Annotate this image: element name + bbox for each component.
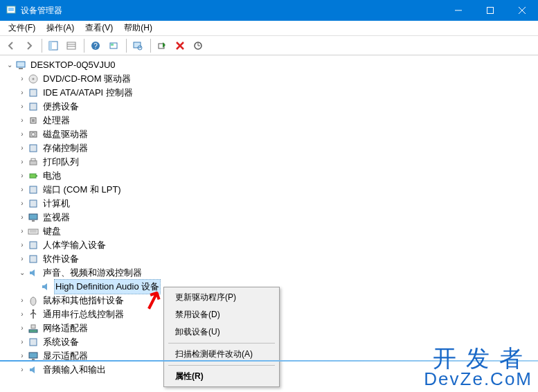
context-menu-item[interactable]: 卸载设备(U) [165,323,278,341]
expander-icon[interactable]: ⌄ [17,267,28,278]
expander-icon[interactable]: › [17,226,28,237]
scan-hardware-button[interactable] [129,37,146,54]
refresh-button[interactable] [105,37,122,54]
menu-file[interactable]: 文件(F) [3,21,41,35]
tree-node[interactable]: ›DVD/CD-ROM 驱动器 [1,72,537,86]
tree-node[interactable]: ›电池 [1,169,537,183]
tree-node-label[interactable]: 处理器 [42,114,71,127]
tree-node-label[interactable]: 监视器 [42,211,71,224]
disk-icon [28,129,39,140]
tree-node-label[interactable]: 电池 [42,169,62,183]
tree-node[interactable]: ›键盘 [1,224,537,238]
show-hide-tree-button[interactable] [45,37,62,54]
context-menu-item[interactable]: 禁用设备(D) [165,306,278,323]
tree-node-label[interactable]: 便携设备 [42,100,80,114]
tree-node[interactable]: ›监视器 [1,211,537,224]
uninstall-device-button[interactable] [172,37,188,54]
context-menu-item[interactable]: 更新驱动程序(P) [165,289,278,306]
tree-node-label[interactable]: 端口 (COM 和 LPT) [42,183,123,197]
tree-node[interactable]: ›人体学输入设备 [1,238,537,252]
svg-rect-31 [31,159,35,161]
expander-icon[interactable]: › [17,143,28,154]
menu-action[interactable]: 操作(A) [41,21,80,35]
tree-node[interactable]: ⌄声音、视频和游戏控制器 [1,266,537,280]
svg-rect-34 [30,186,37,193]
tree-node[interactable]: ›软件设备 [1,252,537,266]
tree-node-label[interactable]: 网络适配器 [42,321,89,335]
expander-icon[interactable]: › [17,198,28,209]
expander-icon[interactable]: › [17,184,28,195]
expander-icon[interactable]: › [17,101,28,112]
tree-node-label[interactable]: 人体学输入设备 [42,238,107,252]
svg-rect-46 [31,325,35,328]
expander-icon[interactable]: › [17,323,28,334]
tree-node[interactable]: ›磁盘驱动器 [1,127,537,141]
expander-icon[interactable] [29,281,40,292]
expander-icon[interactable]: › [17,157,28,168]
system-icon [28,337,39,348]
tree-node-label[interactable]: 打印队列 [42,155,80,169]
back-button[interactable] [3,37,19,54]
expander-icon[interactable]: › [17,170,28,181]
expander-icon[interactable]: › [17,87,28,98]
expander-icon[interactable]: › [17,295,28,306]
tree-node-label[interactable]: 声音、视频和游戏控制器 [42,266,143,280]
network-icon [28,323,39,334]
expander-icon[interactable]: › [17,337,28,348]
tree-node[interactable]: ›打印队列 [1,155,537,169]
expander-icon[interactable]: › [17,253,28,265]
tree-node[interactable]: ›处理器 [1,114,537,127]
tree-node[interactable]: ⌄DESKTOP-0Q5VJU0 [1,58,537,72]
tree-node-label[interactable]: 键盘 [42,224,62,238]
properties-button[interactable] [63,37,80,54]
usb-icon [28,309,39,320]
expander-icon[interactable]: › [17,364,28,375]
window-controls [442,0,538,21]
context-menu-item[interactable]: 属性(R) [165,368,278,385]
svg-rect-8 [67,42,75,49]
expander-icon[interactable]: › [17,309,28,320]
tree-node[interactable]: ›便携设备 [1,100,537,114]
maximize-button[interactable] [474,0,506,21]
expander-icon[interactable]: › [17,240,28,251]
svg-point-44 [33,310,35,312]
menu-view[interactable]: 查看(V) [80,21,118,35]
tree-node-label[interactable]: 存储控制器 [42,141,89,155]
tree-node[interactable]: ›存储控制器 [1,141,537,155]
svg-rect-14 [111,44,114,46]
expander-icon[interactable]: › [17,115,28,126]
forward-button[interactable] [21,37,37,54]
tree-node-label[interactable]: 鼠标和其他指针设备 [42,294,125,308]
tree-node-label[interactable]: 系统设备 [42,335,80,349]
svg-rect-26 [32,119,35,122]
expander-icon[interactable]: › [17,73,28,84]
app-icon [6,5,17,16]
tree-node-label[interactable]: IDE ATA/ATAPI 控制器 [42,86,134,100]
tree-node-label[interactable]: 音频输入和输出 [42,363,107,377]
tree-node[interactable]: ›端口 (COM 和 LPT) [1,183,537,197]
tree-node-label[interactable]: DESKTOP-0Q5VJU0 [29,58,117,72]
expander-icon[interactable]: ⌄ [4,60,15,71]
titlebar: 设备管理器 [0,0,538,21]
help-button[interactable]: ? [87,37,104,54]
close-button[interactable] [506,0,538,21]
expander-icon[interactable]: › [17,212,28,223]
tree-node-label[interactable]: 磁盘驱动器 [42,127,89,141]
tree-node-label[interactable]: 计算机 [42,197,71,211]
tree-node[interactable]: ›计算机 [1,197,537,211]
tree-node[interactable]: ›IDE ATA/ATAPI 控制器 [1,86,537,100]
tree-node-label[interactable]: High Definition Audio 设备 [54,279,161,294]
tree-node-label[interactable]: DVD/CD-ROM 驱动器 [42,72,132,86]
tree-node-label[interactable]: 通用串行总线控制器 [42,308,125,321]
minimize-button[interactable] [442,0,474,21]
toolbar-separator [84,39,84,53]
tree-node-label[interactable]: 软件设备 [42,252,80,266]
enable-device-button[interactable] [154,37,170,54]
expander-icon[interactable]: › [17,129,28,140]
svg-rect-32 [30,174,36,178]
menu-help[interactable]: 帮助(H) [118,21,158,35]
update-driver-button[interactable] [190,37,206,54]
svg-rect-48 [29,353,37,358]
port-icon [28,184,39,195]
svg-rect-42 [30,256,37,262]
